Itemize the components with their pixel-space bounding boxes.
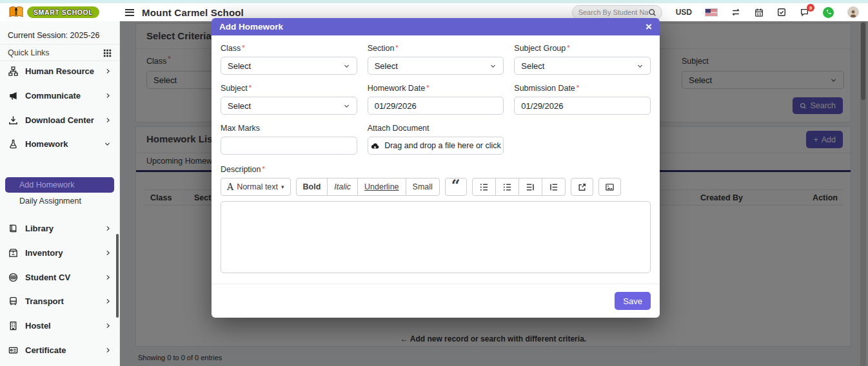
currency-exchange-icon[interactable] — [731, 8, 741, 17]
sidebar-item-label: Human Resource — [25, 66, 105, 76]
description-label: Description* — [221, 165, 651, 174]
chevron-right-icon — [105, 92, 111, 99]
chevron-right-icon — [105, 68, 111, 75]
sidebar-subitem-daily-assignment[interactable]: Daily Assignment — [5, 193, 114, 209]
quick-links-grid-icon[interactable] — [103, 49, 112, 57]
blockquote-button[interactable]: “ — [445, 178, 467, 196]
sidebar-item-inventory[interactable]: Inventory — [0, 243, 119, 262]
sidebar-item-certificate[interactable]: Certificate — [0, 340, 119, 360]
sidebar-subitem-label: Add Homework — [19, 180, 74, 189]
chevron-down-icon — [104, 141, 111, 147]
underline-button[interactable]: Underline — [357, 178, 406, 195]
field-max-marks: Max Marks — [221, 124, 357, 155]
indent-decrease-button[interactable] — [542, 178, 565, 195]
bold-button[interactable]: Bold — [297, 178, 328, 195]
submission-date-input[interactable] — [514, 97, 651, 115]
homework-date-input[interactable] — [368, 97, 504, 115]
save-button[interactable]: Save — [615, 292, 651, 310]
chevron-down-icon — [343, 102, 350, 110]
small-text-button[interactable]: Small — [406, 178, 439, 195]
sidebar-item-student-cv[interactable]: Student CV — [0, 267, 119, 287]
chevron-right-icon — [105, 249, 111, 256]
sidebar-scrollbar[interactable] — [116, 234, 119, 318]
sidebar-item-label: Certificate — [25, 345, 105, 355]
modal-title: Add Homework — [219, 22, 646, 32]
format-dropdown[interactable]: A Normal text ▾ — [221, 178, 291, 196]
logo-book-icon — [8, 6, 24, 19]
field-section: Section* Select — [368, 44, 504, 75]
class-select[interactable]: Select — [221, 57, 357, 75]
search-input[interactable] — [578, 8, 648, 16]
list-indent-group — [472, 178, 566, 196]
sidebar-item-label: Inventory — [25, 248, 105, 258]
subject-group-select[interactable]: Select — [514, 57, 651, 75]
modal-body: Class* Select Section* Select Subject Gr… — [212, 35, 660, 273]
section-select[interactable]: Select — [368, 57, 504, 75]
messages-icon[interactable]: 0 — [800, 8, 809, 17]
ordered-list-button[interactable] — [473, 178, 495, 195]
hostel-icon — [8, 321, 19, 331]
sidebar-item-label: Homework — [25, 139, 104, 149]
sidebar-item-label: Library — [25, 224, 105, 233]
field-subject-group: Subject Group* Select — [514, 44, 651, 75]
max-marks-input[interactable] — [221, 137, 357, 155]
search-icon[interactable] — [648, 8, 656, 17]
chevron-right-icon — [105, 322, 111, 329]
clean-format-button[interactable] — [571, 178, 593, 196]
modal-footer: Save — [212, 284, 660, 318]
chevron-right-icon — [105, 274, 111, 281]
chevron-right-icon — [105, 117, 111, 124]
sidebar-item-communicate[interactable]: Communicate — [0, 86, 119, 105]
sidebar-subitem-add-homework[interactable]: Add Homework — [5, 177, 114, 193]
messages-badge: 0 — [807, 4, 814, 12]
certificate-icon — [8, 345, 19, 355]
sidebar-item-label: Hostel — [25, 321, 105, 331]
editor-toolbar: A Normal text ▾ Bold Italic Underline Sm… — [221, 178, 651, 196]
text-style-group: Bold Italic Underline Small — [296, 178, 440, 196]
inventory-icon — [8, 248, 19, 258]
sidebar-item-hostel[interactable]: Hostel — [0, 316, 119, 335]
sidebar-item-library[interactable]: Library — [0, 218, 119, 238]
bullet-list-button[interactable] — [495, 178, 518, 195]
field-attach-document: Attach Document Drag and drop a file her… — [368, 124, 504, 155]
sidebar-item-download-center[interactable]: Download Center — [0, 110, 119, 130]
modal-header: Add Homework × — [212, 18, 660, 35]
sidebar-item-transport[interactable]: Transport — [0, 291, 119, 311]
download-center-icon — [8, 115, 19, 125]
close-icon[interactable]: × — [646, 21, 652, 32]
subject-select[interactable]: Select — [221, 97, 357, 115]
chevron-right-icon — [105, 298, 111, 305]
sidebar-item-label: Student CV — [25, 273, 105, 282]
transport-icon — [8, 296, 19, 306]
currency-selector[interactable]: USD — [676, 8, 692, 17]
chevron-right-icon — [105, 347, 111, 354]
description-editor[interactable] — [221, 201, 651, 273]
attach-document-button[interactable]: Drag and drop a file here or click — [368, 137, 504, 155]
chevron-down-icon — [489, 63, 497, 70]
hamburger-menu-icon[interactable] — [125, 7, 134, 17]
user-avatar[interactable] — [847, 6, 859, 18]
logo[interactable]: SMART SCHOOL — [0, 6, 120, 19]
language-flag-icon[interactable] — [705, 9, 717, 16]
sidebar: Current Session: 2025-26 Quick Links Hum… — [0, 21, 120, 366]
whatsapp-icon[interactable] — [823, 7, 834, 18]
sidebar-item-human-resource[interactable]: Human Resource — [0, 61, 119, 81]
calendar-icon[interactable] — [755, 8, 764, 17]
add-homework-modal: Add Homework × Class* Select Section* Se… — [212, 18, 660, 318]
grid-spacer — [514, 124, 651, 155]
format-a-icon: A — [227, 182, 233, 192]
quote-icon: “ — [451, 183, 460, 191]
field-class: Class* Select — [221, 44, 357, 75]
student-cv-icon — [8, 273, 19, 282]
chevron-right-icon — [105, 225, 111, 232]
logo-text: SMART SCHOOL — [27, 6, 99, 18]
chevron-down-icon — [343, 63, 350, 70]
field-submission-date: Submission Date* — [514, 84, 651, 115]
sidebar-item-homework[interactable]: Homework — [0, 134, 119, 153]
sidebar-item-label: Download Center — [25, 115, 105, 125]
insert-image-button[interactable] — [598, 178, 621, 196]
todo-check-icon[interactable] — [777, 8, 786, 17]
human-resource-icon — [8, 66, 19, 76]
italic-button[interactable]: Italic — [327, 178, 357, 195]
indent-increase-button[interactable] — [518, 178, 542, 195]
